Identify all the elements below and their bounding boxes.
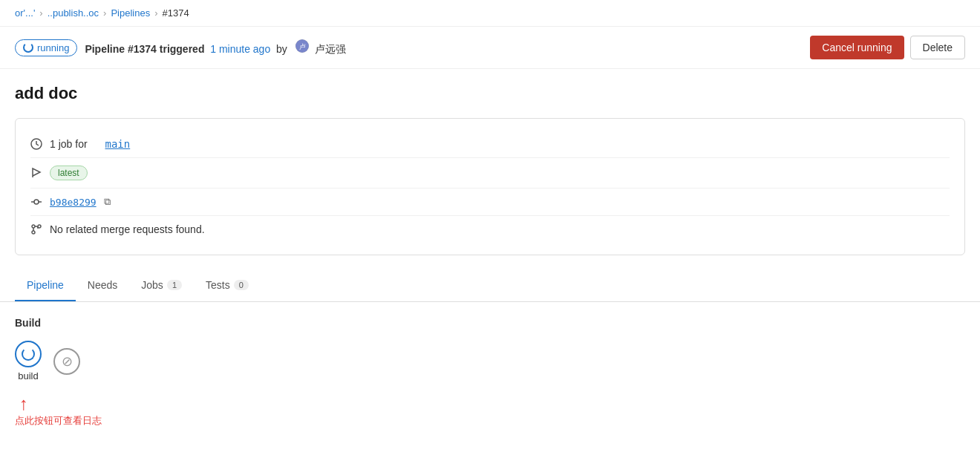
clock-icon xyxy=(30,138,42,150)
job-label: build xyxy=(18,370,38,381)
jobs-tab-badge: 1 xyxy=(167,280,182,290)
tabs-bar: Pipeline Needs Jobs 1 Tests 0 xyxy=(0,270,980,302)
header-actions: Cancel running Delete xyxy=(810,36,965,59)
svg-point-7 xyxy=(32,231,35,234)
commit-row: b98e8299 ⧉ xyxy=(30,189,950,216)
merge-row: No related merge requests found. xyxy=(30,216,950,243)
commit-icon xyxy=(30,196,42,208)
build-section-title: Build xyxy=(15,317,965,329)
breadcrumb-pipelines[interactable]: Pipelines xyxy=(111,7,150,19)
breadcrumb-org[interactable]: or'...' xyxy=(15,7,35,19)
header-info: Pipeline #1374 triggered 1 minute ago by… xyxy=(85,39,803,56)
latest-tag: latest xyxy=(50,166,88,180)
tab-pipeline[interactable]: Pipeline xyxy=(15,270,76,301)
page-title: add doc xyxy=(0,69,980,111)
merge-request-text: No related merge requests found. xyxy=(50,223,205,235)
breadcrumb-sep3: › xyxy=(154,7,157,19)
breadcrumb-sep1: › xyxy=(39,7,42,19)
tag-row: latest xyxy=(30,158,950,189)
merge-icon xyxy=(30,223,42,235)
job-running-status[interactable] xyxy=(15,341,42,367)
tests-tab-badge: 0 xyxy=(234,280,249,290)
branch-link[interactable]: main xyxy=(105,138,130,150)
jobs-text: 1 job for xyxy=(50,138,88,150)
status-label: running xyxy=(37,42,69,53)
flag-icon xyxy=(30,167,42,179)
info-card: 1 job for main latest b98e8299 ⧉ No rela… xyxy=(15,118,965,255)
annotation-label: 点此按钮可查看日志 xyxy=(15,414,102,428)
build-jobs: build ⊘ xyxy=(15,341,965,381)
svg-point-3 xyxy=(34,200,39,204)
header-bar: running Pipeline #1374 triggered 1 minut… xyxy=(0,27,980,69)
job-node-build: build xyxy=(15,341,42,381)
build-section: Build build ⊘ ↑ 点此按钮可查看日志 xyxy=(15,317,965,428)
triggered-by-label: by xyxy=(276,43,287,55)
cancel-running-button[interactable]: Cancel running xyxy=(810,36,904,59)
job-spinner-icon xyxy=(22,347,35,361)
svg-point-6 xyxy=(32,225,35,228)
user-name: 卢远强 xyxy=(315,43,346,55)
tab-jobs[interactable]: Jobs 1 xyxy=(129,270,194,301)
user-avatar: 卢 xyxy=(295,39,309,53)
copy-icon[interactable]: ⧉ xyxy=(104,196,111,208)
tab-tests[interactable]: Tests 0 xyxy=(194,270,261,301)
breadcrumb-project[interactable]: ..publish..oc xyxy=(48,7,99,19)
delete-button[interactable]: Delete xyxy=(910,36,965,59)
running-spinner-icon xyxy=(23,42,33,53)
pipeline-content: Build build ⊘ ↑ 点此按钮可查看日志 xyxy=(0,302,980,452)
commit-hash-link[interactable]: b98e8299 xyxy=(50,197,97,208)
pipeline-id: Pipeline #1374 triggered xyxy=(85,43,204,55)
tab-needs[interactable]: Needs xyxy=(76,270,129,301)
arrow-annotation: ↑ 点此按钮可查看日志 xyxy=(15,393,965,428)
job-cancel-circle[interactable]: ⊘ xyxy=(53,348,80,375)
breadcrumb-current: #1374 xyxy=(163,7,189,19)
svg-text:卢: 卢 xyxy=(299,43,306,50)
breadcrumb-sep2: › xyxy=(103,7,106,19)
breadcrumb: or'...' › ..publish..oc › Pipelines › #1… xyxy=(0,0,980,27)
red-arrow-icon: ↑ xyxy=(19,393,28,414)
time-ago: 1 minute ago xyxy=(210,43,270,55)
pipeline-status-badge: running xyxy=(15,39,77,56)
jobs-row: 1 job for main xyxy=(30,131,950,158)
